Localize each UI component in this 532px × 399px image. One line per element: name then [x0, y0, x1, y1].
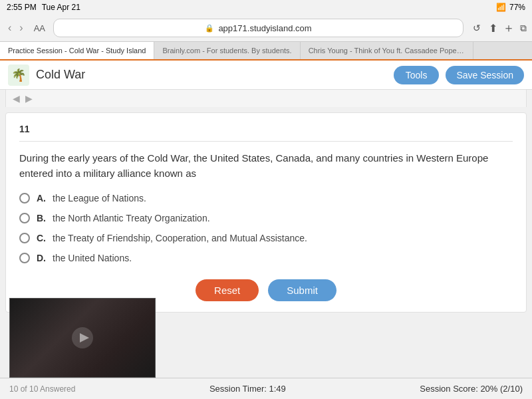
- radio-a[interactable]: [19, 193, 30, 203]
- save-session-button[interactable]: Save Session: [446, 66, 524, 84]
- video-thumbnail[interactable]: [9, 298, 156, 378]
- question-card: 11 During the early years of the Cold Wa…: [5, 112, 527, 313]
- status-right: 📶 77%: [496, 3, 525, 12]
- wifi-icon: 📶: [496, 3, 506, 12]
- status-bar: 2:55 PM Tue Apr 21 📶 77%: [0, 0, 532, 15]
- session-score: Session Score: 20% (2/10): [420, 384, 523, 394]
- video-content: [10, 299, 155, 377]
- text-c: the Treaty of Friendship, Cooperation, a…: [53, 233, 307, 243]
- radio-c[interactable]: [19, 233, 30, 243]
- option-a: A. the League of Nations.: [19, 193, 513, 203]
- letter-c: C.: [37, 233, 46, 243]
- address-bar[interactable]: 🔒 app171.studyisland.com: [53, 19, 464, 37]
- logo-icon: 🌴: [11, 68, 26, 82]
- score-label: Session Score:: [420, 384, 477, 394]
- time-display: 2:55 PM: [7, 3, 37, 12]
- reset-button[interactable]: Reset: [196, 279, 259, 301]
- play-icon: [70, 326, 94, 350]
- letter-a: A.: [37, 193, 46, 203]
- question-number: 11: [19, 124, 513, 142]
- answered-count: 10 of 10 Answered: [9, 384, 75, 394]
- back-button[interactable]: ‹: [5, 21, 14, 35]
- option-c: C. the Treaty of Friendship, Cooperation…: [19, 233, 513, 243]
- timer-label: Session Timer:: [209, 384, 267, 394]
- address-actions: ⬆ ＋ ⧉: [489, 20, 527, 36]
- reload-icon[interactable]: ↺: [473, 23, 481, 33]
- app-logo: 🌴: [8, 65, 29, 86]
- option-d: D. the United Nations.: [19, 253, 513, 263]
- radio-d[interactable]: [19, 253, 30, 263]
- letter-b: B.: [37, 213, 46, 223]
- browser-tabs: Practice Session - Cold War - Study Isla…: [0, 42, 532, 61]
- browser-chrome: ‹ › АА 🔒 app171.studyisland.com ↺ ⬆ ＋ ⧉: [0, 15, 532, 42]
- timer-value: 1:49: [269, 384, 286, 394]
- next-question-arrow[interactable]: ▶: [25, 93, 33, 104]
- tabs-icon[interactable]: ⧉: [520, 23, 527, 34]
- radio-b[interactable]: [19, 213, 30, 223]
- tab-3[interactable]: Chris Young - Think of You ft. Cassadee …: [301, 42, 473, 59]
- date-display: Tue Apr 21: [42, 3, 80, 12]
- reader-icon: АА: [31, 22, 48, 35]
- question-nav-area: ◀ ▶: [5, 90, 527, 107]
- option-b: B. the North Atlantic Treaty Organizatio…: [19, 213, 513, 223]
- text-b: the North Atlantic Treaty Organization.: [53, 213, 210, 223]
- tools-button[interactable]: Tools: [394, 66, 440, 84]
- forward-button[interactable]: ›: [17, 21, 25, 35]
- text-d: the United Nations.: [53, 253, 132, 263]
- session-timer: Session Timer: 1:49: [209, 384, 286, 394]
- nav-buttons: ‹ ›: [5, 21, 26, 35]
- submit-button[interactable]: Submit: [268, 279, 336, 301]
- app-title: Cold War: [36, 68, 387, 82]
- status-left: 2:55 PM Tue Apr 21: [7, 3, 80, 12]
- prev-question-arrow[interactable]: ◀: [13, 93, 20, 104]
- bottom-status-bar: 10 of 10 Answered Session Timer: 1:49 Se…: [0, 378, 532, 399]
- lock-icon: 🔒: [205, 24, 214, 33]
- share-icon[interactable]: ⬆: [489, 22, 497, 35]
- score-value: 20% (2/10): [480, 384, 523, 394]
- address-text: app171.studyisland.com: [218, 23, 311, 33]
- add-tab-icon[interactable]: ＋: [503, 20, 515, 36]
- question-text: During the early years of the Cold War, …: [19, 151, 513, 181]
- letter-d: D.: [37, 253, 46, 263]
- tab-2[interactable]: Brainly.com - For students. By students.: [154, 42, 300, 59]
- battery-display: 77%: [509, 3, 525, 12]
- text-a: the League of Nations.: [53, 193, 146, 203]
- tab-1[interactable]: Practice Session - Cold War - Study Isla…: [0, 42, 154, 59]
- app-header: 🌴 Cold War Tools Save Session: [0, 61, 532, 90]
